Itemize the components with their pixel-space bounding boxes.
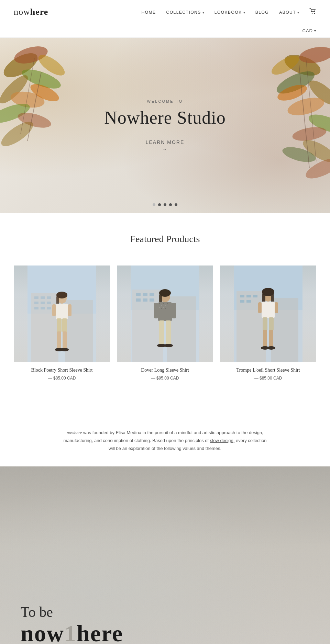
nav-home[interactable]: HOME (142, 9, 156, 15)
product-price-3: — $85.00 CAD (220, 376, 316, 381)
tobee-line2: now1here (21, 622, 123, 644)
svg-point-103 (267, 346, 275, 350)
currency-bar: CAD (0, 24, 330, 38)
tobee-text: To be now1here (21, 604, 123, 644)
product-image-2 (117, 265, 213, 362)
product-name-1: Block Poetry Short Sleeve Shirt (14, 367, 110, 374)
carousel-dot-5[interactable] (175, 203, 177, 206)
hero-title: Nowhere Studio (104, 108, 226, 128)
svg-rect-44 (56, 304, 68, 319)
svg-rect-67 (159, 303, 160, 304)
svg-point-0 (312, 13, 312, 14)
about-text: nowhere was founded by Elisa Medina in t… (62, 429, 268, 453)
nav-about[interactable]: ABOUT (279, 9, 299, 15)
carousel-dots (153, 203, 177, 206)
svg-rect-33 (41, 296, 45, 299)
svg-rect-39 (41, 307, 45, 309)
nav-cart[interactable] (309, 8, 316, 16)
svg-rect-47 (52, 304, 56, 316)
featured-section: Featured Products (0, 213, 330, 408)
svg-rect-62 (150, 298, 154, 302)
svg-rect-69 (163, 303, 164, 304)
svg-rect-95 (262, 302, 275, 318)
about-section: nowhere was founded by Elisa Medina in t… (0, 408, 330, 453)
carousel-dot-3[interactable] (164, 203, 166, 206)
svg-rect-100 (263, 330, 267, 347)
section-divider (158, 248, 172, 248)
svg-rect-68 (161, 305, 162, 306)
featured-title: Featured Products (14, 234, 316, 245)
svg-point-1 (314, 13, 315, 14)
svg-rect-61 (143, 298, 147, 302)
tobee-section: To be now1here (0, 466, 330, 644)
svg-rect-74 (163, 307, 164, 308)
svg-rect-101 (269, 330, 273, 347)
svg-rect-75 (165, 308, 166, 309)
svg-rect-72 (159, 307, 160, 308)
hero-cta[interactable]: LEARN MORE → (146, 138, 185, 152)
svg-rect-49 (57, 331, 61, 349)
svg-rect-70 (165, 305, 166, 306)
svg-rect-46 (62, 318, 67, 332)
slow-design-link[interactable]: slow design, (210, 438, 235, 443)
svg-rect-89 (240, 300, 244, 303)
svg-rect-59 (150, 293, 154, 296)
hero-subtitle: WELCOME TO (104, 99, 226, 103)
svg-rect-65 (159, 294, 162, 303)
svg-rect-77 (166, 320, 171, 344)
carousel-dot-2[interactable] (158, 203, 161, 206)
svg-rect-38 (34, 307, 38, 309)
nav-links: HOME COLLECTIONS LOOKBOOK BLOG ABOUT (142, 8, 316, 16)
carousel-dot-1[interactable] (153, 203, 155, 206)
leaf-decoration-left (0, 38, 110, 163)
products-grid: Block Poetry Short Sleeve Shirt — $85.00… (14, 265, 316, 381)
svg-rect-97 (269, 317, 274, 330)
hero-content: WELCOME TO Nowhere Studio LEARN MORE → (104, 99, 226, 152)
currency-selector[interactable]: CAD (302, 28, 316, 33)
svg-rect-98 (258, 302, 262, 313)
svg-rect-79 (172, 303, 176, 318)
product-price-1: — $85.00 CAD (14, 376, 110, 381)
svg-rect-50 (63, 331, 67, 349)
svg-rect-86 (240, 295, 244, 297)
hero-section: WELCOME TO Nowhere Studio LEARN MORE → (0, 38, 330, 213)
product-image-3 (220, 265, 316, 362)
svg-point-81 (164, 344, 173, 347)
svg-rect-71 (167, 303, 168, 304)
svg-rect-99 (275, 302, 278, 313)
product-price-2: — $95.00 CAD (117, 376, 213, 381)
svg-point-52 (60, 348, 69, 351)
main-nav: nowhere HOME COLLECTIONS LOOKBOOK BLOG A… (0, 0, 330, 24)
tobee-line1: To be (21, 604, 123, 620)
nav-collections[interactable]: COLLECTIONS (166, 9, 204, 15)
svg-rect-78 (154, 303, 158, 318)
product-card-2[interactable]: Dover Long Sleeve Shirt — $95.00 CAD (117, 265, 213, 381)
svg-rect-90 (246, 300, 251, 303)
nav-blog[interactable]: BLOG (255, 9, 269, 15)
svg-rect-37 (47, 302, 51, 304)
product-name-2: Dover Long Sleeve Shirt (117, 367, 213, 374)
svg-rect-57 (136, 293, 141, 296)
svg-rect-32 (34, 296, 38, 299)
svg-rect-76 (159, 320, 164, 344)
svg-rect-87 (246, 295, 251, 297)
svg-rect-35 (34, 302, 38, 304)
product-card-1[interactable]: Block Poetry Short Sleeve Shirt — $85.00… (14, 265, 110, 381)
svg-rect-34 (47, 296, 51, 299)
svg-rect-88 (253, 295, 257, 297)
product-card-3[interactable]: Trompe L'oeil Short Sleeve Shirt — $85.0… (220, 265, 316, 381)
product-name-3: Trompe L'oeil Short Sleeve Shirt (220, 367, 316, 374)
svg-rect-48 (68, 304, 72, 316)
svg-rect-96 (263, 317, 267, 330)
svg-rect-40 (47, 307, 51, 309)
carousel-dot-4[interactable] (169, 203, 172, 206)
svg-rect-45 (57, 318, 62, 332)
nav-lookbook[interactable]: LOOKBOOK (214, 9, 245, 15)
svg-rect-58 (143, 293, 147, 296)
logo[interactable]: nowhere (14, 7, 48, 17)
svg-rect-73 (161, 308, 162, 309)
product-image-1 (14, 265, 110, 362)
svg-rect-36 (41, 302, 45, 304)
svg-rect-60 (136, 298, 141, 302)
